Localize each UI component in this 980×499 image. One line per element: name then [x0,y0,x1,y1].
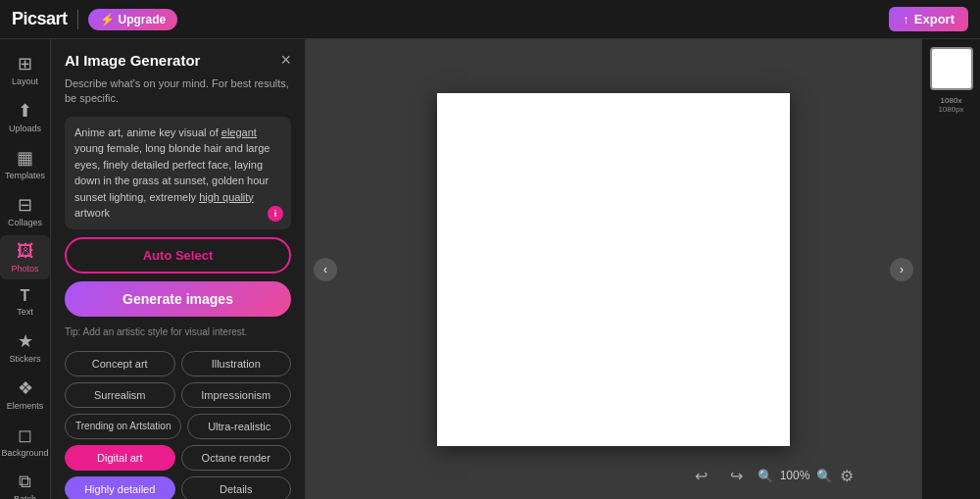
tag-octane-render[interactable]: Octane render [181,445,292,471]
stickers-label: Stickers [9,354,40,364]
tag-digital-art[interactable]: Digital art [65,445,175,471]
photos-icon: 🖼 [17,241,34,262]
topbar: Picsart ⚡ Upgrade ↑ Export [0,0,980,39]
templates-icon: ▦ [17,147,33,169]
generate-images-button[interactable]: Generate images [65,281,291,317]
uploads-label: Uploads [9,124,41,133]
ai-image-generator-panel: AI Image Generator × Describe what's on … [51,39,306,499]
tag-row-3: Digital art Octane render [65,445,291,471]
canvas-nav-right-button[interactable]: › [890,258,913,281]
style-tags-area: Concept art Illustration Surrealism Impr… [51,347,305,499]
tag-ultra-realistic[interactable]: Ultra-realistic [187,414,291,439]
topbar-divider [77,10,78,29]
sidebar-item-templates[interactable]: ▦ Templates [0,141,50,186]
upgrade-button[interactable]: ⚡ Upgrade [88,9,178,30]
export-label: Export [914,12,955,26]
sidebar-item-text[interactable]: T Text [0,281,50,323]
background-label: Background [1,448,48,458]
tag-row-1: Surrealism Impressionism [65,382,291,408]
tag-highly-detailed[interactable]: Highly detailed [65,476,175,499]
batch-icon: ⧉ [19,472,31,492]
tag-row-0: Concept art Illustration [65,351,291,376]
tag-illustration[interactable]: Illustration [181,351,292,376]
upgrade-label: Upgrade [119,13,167,26]
panel-title: AI Image Generator [65,52,200,69]
text-label: Text [17,307,33,317]
collages-label: Collages [8,218,42,227]
canvas-area: ‹ › ↩ ↪ 🔍 100% 🔍 ⚙ [306,39,921,499]
prompt-text: Anime art, anime key visual of elegant y… [74,125,281,222]
tip-text: Tip: Add an artistic style for visual in… [51,326,305,347]
bottom-toolbar: ↩ ↪ 🔍 100% 🔍 ⚙ [687,462,854,489]
text-icon: T [21,287,30,305]
zoom-in-icon[interactable]: 🔍 [816,469,832,483]
auto-select-button[interactable]: Auto Select [65,237,291,274]
canvas-nav-left-button[interactable]: ‹ [314,258,337,281]
canvas-thumbnail[interactable] [930,47,973,90]
templates-label: Templates [5,171,45,180]
tag-row-2: Trending on Artstation Ultra-realistic [65,414,291,439]
tag-surrealism[interactable]: Surrealism [65,382,175,408]
panel-header: AI Image Generator × [51,39,305,76]
tag-trending[interactable]: Trending on Artstation [65,414,181,439]
prompt-area: Anime art, anime key visual of elegant y… [65,117,291,229]
background-icon: ◻ [18,424,32,446]
main-layout: ⊞ Layout ⬆ Uploads ▦ Templates ⊟ Collage… [0,39,980,499]
picsart-logo: Picsart [12,9,68,29]
tag-impressionism[interactable]: Impressionism [181,382,292,408]
collages-icon: ⊟ [18,194,32,216]
layout-label: Layout [12,76,38,86]
zoom-out-icon[interactable]: 🔍 [758,469,773,483]
uploads-icon: ⬆ [18,100,32,122]
topbar-left: Picsart ⚡ Upgrade [12,9,177,30]
sidebar-item-elements[interactable]: ❖ Elements [0,372,50,417]
canvas-size-label: 1080x [941,96,962,105]
export-icon: ↑ [903,12,909,26]
canvas-dims: 1080px [938,105,963,114]
prompt-elegant: elegant [221,126,257,138]
tag-details[interactable]: Details [181,476,292,499]
panel-description: Describe what's on your mind. For best r… [51,76,305,117]
lightning-icon: ⚡ [100,13,115,26]
zoom-value: 100% [777,469,812,482]
stickers-icon: ★ [18,330,33,352]
sidebar-item-layout[interactable]: ⊞ Layout [0,47,50,92]
sidebar-icons: ⊞ Layout ⬆ Uploads ▦ Templates ⊟ Collage… [0,39,51,499]
sidebar-item-collages[interactable]: ⊟ Collages [0,188,50,233]
canvas [437,93,790,446]
export-button[interactable]: ↑ Export [889,7,968,31]
redo-button[interactable]: ↪ [722,462,750,489]
sidebar-item-batch[interactable]: ⧉ Batch [0,466,50,499]
settings-icon[interactable]: ⚙ [840,467,854,485]
layout-icon: ⊞ [18,53,32,75]
prompt-info-icon[interactable]: i [268,206,283,222]
elements-icon: ❖ [18,377,33,399]
tag-concept-art[interactable]: Concept art [65,351,175,376]
sidebar-item-background[interactable]: ◻ Background [0,419,50,464]
undo-button[interactable]: ↩ [687,462,714,489]
zoom-display: 🔍 100% 🔍 [758,469,832,483]
close-button[interactable]: × [280,51,291,69]
right-panel: 1080x 1080px [921,39,980,499]
sidebar-item-photos[interactable]: 🖼 Photos [0,235,50,279]
batch-label: Batch [14,494,36,499]
prompt-quality: high quality [199,191,254,203]
elements-label: Elements [7,401,44,411]
tag-row-4: Highly detailed Details [65,476,291,499]
photos-label: Photos [11,264,38,274]
sidebar-item-uploads[interactable]: ⬆ Uploads [0,94,50,139]
sidebar-item-stickers[interactable]: ★ Stickers [0,324,50,370]
